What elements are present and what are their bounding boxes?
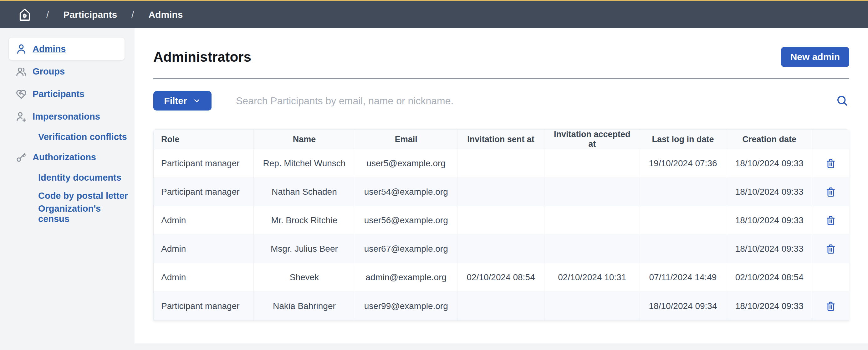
sidebar-item-participants[interactable]: Participants: [0, 83, 134, 105]
column-header-last-log-in-date: Last log in date: [640, 129, 726, 149]
page-title: Administrators: [153, 47, 251, 67]
column-header-role: Role: [154, 129, 254, 149]
sidebar: AdminsGroupsParticipantsImpersonationsVe…: [0, 28, 134, 350]
breadcrumb-separator: /: [46, 9, 49, 20]
cell-email: user56@example.org: [355, 206, 458, 235]
delete-admin-button[interactable]: [825, 300, 836, 313]
sidebar-item-label: Admins: [33, 44, 66, 54]
search-input[interactable]: [236, 95, 829, 107]
sidebar-item-organization-s-census[interactable]: Organization's census: [0, 205, 134, 223]
breadcrumb: / Participants / Admins: [0, 0, 868, 28]
delete-admin-button[interactable]: [825, 243, 836, 255]
users-icon: [15, 65, 28, 78]
cell-name: Rep. Mitchel Wunsch: [254, 149, 355, 178]
cell-email: user67@example.org: [355, 235, 458, 263]
trash-icon: [825, 186, 836, 198]
cell-actions: [813, 206, 849, 235]
cell-last-log-in-date: 19/10/2024 07:36: [640, 149, 726, 178]
user-plus-icon: [15, 110, 28, 123]
sidebar-item-code-by-postal-letter[interactable]: Code by postal letter: [0, 186, 134, 205]
column-header-email: Email: [355, 129, 458, 149]
cell-name: Nakia Bahringer: [254, 292, 355, 320]
sidebar-item-label: Verification conflicts: [38, 132, 127, 142]
column-header-actions: [813, 129, 849, 149]
cell-invitation-sent-at: [458, 178, 545, 206]
cell-invitation-sent-at: [458, 235, 545, 263]
cell-creation-date: 18/10/2024 09:33: [726, 235, 813, 263]
sidebar-item-label: Code by postal letter: [38, 191, 128, 201]
sidebar-item-verification-conflicts[interactable]: Verification conflicts: [0, 128, 134, 146]
cell-invitation-accepted-at: 02/10/2024 10:31: [545, 263, 640, 292]
cell-name: Nathan Schaden: [254, 178, 355, 206]
cell-role: Admin: [154, 206, 254, 235]
cell-role: Participant manager: [154, 149, 254, 178]
table-row: AdminMsgr. Julius Beeruser67@example.org…: [154, 235, 849, 263]
heart-handshake-icon: [15, 88, 28, 100]
cell-name: Shevek: [254, 263, 355, 292]
sidebar-item-label: Identity documents: [38, 173, 121, 183]
cell-email: user54@example.org: [355, 178, 458, 206]
cell-invitation-accepted-at: [545, 292, 640, 320]
filter-button[interactable]: Filter: [153, 91, 212, 111]
table-row: AdminMr. Brock Ritchieuser56@example.org…: [154, 206, 849, 235]
cell-last-log-in-date: 07/11/2024 14:49: [640, 263, 726, 292]
cell-role: Participant manager: [154, 178, 254, 206]
breadcrumb-separator: /: [131, 9, 134, 20]
cell-invitation-sent-at: [458, 206, 545, 235]
trash-icon: [825, 157, 836, 170]
cell-invitation-sent-at: [458, 292, 545, 320]
key-icon: [15, 151, 28, 164]
cell-name: Mr. Brock Ritchie: [254, 206, 355, 235]
cell-invitation-sent-at: 02/10/2024 08:54: [458, 263, 545, 292]
cell-role: Admin: [154, 263, 254, 292]
cell-invitation-accepted-at: [545, 235, 640, 263]
user-icon: [15, 42, 28, 55]
cell-creation-date: 18/10/2024 09:33: [726, 206, 813, 235]
column-header-name: Name: [254, 129, 355, 149]
cell-creation-date: 18/10/2024 09:33: [726, 149, 813, 178]
cell-invitation-accepted-at: [545, 178, 640, 206]
cell-actions: [813, 292, 849, 320]
sidebar-item-groups[interactable]: Groups: [0, 60, 134, 83]
breadcrumb-item-admins[interactable]: Admins: [148, 9, 183, 20]
breadcrumb-item-participants[interactable]: Participants: [63, 9, 117, 20]
sidebar-item-label: Organization's census: [38, 203, 134, 224]
delete-admin-button[interactable]: [825, 214, 836, 227]
cell-creation-date: 18/10/2024 09:33: [726, 292, 813, 320]
trash-icon: [825, 214, 836, 227]
cell-email: user99@example.org: [355, 292, 458, 320]
main-content: Administrators New admin Filter RoleName…: [134, 28, 868, 344]
delete-admin-button[interactable]: [825, 157, 836, 170]
new-admin-button[interactable]: New admin: [781, 47, 849, 67]
cell-last-log-in-date: [640, 235, 726, 263]
home-icon[interactable]: [18, 7, 32, 22]
cell-last-log-in-date: [640, 206, 726, 235]
sidebar-item-label: Participants: [33, 89, 85, 99]
cell-last-log-in-date: 18/10/2024 09:34: [640, 292, 726, 320]
cell-actions: [813, 149, 849, 178]
sidebar-item-authorizations[interactable]: Authorizations: [0, 146, 134, 169]
table-row: Participant managerNakia Bahringeruser99…: [154, 292, 849, 320]
column-header-invitation-sent-at: Invitation sent at: [458, 129, 545, 149]
chevron-down-icon: [193, 97, 201, 105]
sidebar-item-identity-documents[interactable]: Identity documents: [0, 169, 134, 186]
table-row: Participant managerRep. Mitchel Wunschus…: [154, 149, 849, 178]
admins-table: RoleNameEmailInvitation sent atInvitatio…: [153, 129, 849, 321]
delete-admin-button[interactable]: [825, 186, 836, 198]
sidebar-item-impersonations[interactable]: Impersonations: [0, 105, 134, 128]
sidebar-item-label: Authorizations: [33, 152, 96, 163]
column-header-creation-date: Creation date: [726, 129, 813, 149]
table-row: AdminShevekadmin@example.org02/10/2024 0…: [154, 263, 849, 292]
cell-creation-date: 02/10/2024 08:54: [726, 263, 813, 292]
cell-email: admin@example.org: [355, 263, 458, 292]
cell-creation-date: 18/10/2024 09:33: [726, 178, 813, 206]
cell-actions: [813, 263, 849, 292]
cell-invitation-accepted-at: [545, 206, 640, 235]
cell-actions: [813, 235, 849, 263]
search-icon: [835, 94, 849, 108]
search-button[interactable]: [835, 94, 849, 108]
cell-role: Participant manager: [154, 292, 254, 320]
cell-invitation-sent-at: [458, 149, 545, 178]
cell-invitation-accepted-at: [545, 149, 640, 178]
sidebar-item-admins[interactable]: Admins: [9, 37, 125, 60]
